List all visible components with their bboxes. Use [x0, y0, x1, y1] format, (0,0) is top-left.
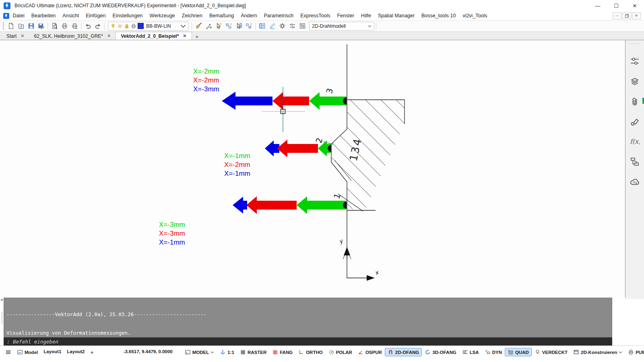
menu-vi2vi-tools[interactable]: vi2vi_Tools — [459, 13, 491, 19]
toolbar-drag-handle[interactable] — [3, 23, 4, 30]
publish-button[interactable]: PUBLIZIEREN — [625, 348, 644, 356]
tab-vektoradd-beispiel[interactable]: VektorAdd_2_0_Beispiel* ✕ — [116, 32, 192, 40]
undo-icon[interactable] — [83, 21, 93, 31]
status-menu-icon[interactable] — [2, 348, 14, 356]
menu-datei[interactable]: Datei — [9, 13, 28, 19]
verdeckt-toggle[interactable]: VERDECKT — [532, 348, 570, 356]
visual-style-dropdown[interactable]: 2D-Drahtmodell — [309, 22, 374, 31]
tab-close-icon[interactable]: ✕ — [107, 33, 111, 39]
properties-panel-icon[interactable] — [630, 56, 640, 66]
menu-ansicht[interactable]: Ansicht — [59, 13, 83, 19]
redo-icon[interactable] — [93, 21, 103, 31]
ortho-toggle[interactable]: ORTHO — [295, 348, 326, 356]
layer-lock-icon[interactable] — [124, 23, 130, 29]
select-crossing-icon[interactable] — [234, 21, 244, 31]
layer-freeze-sun-icon[interactable] — [117, 23, 123, 29]
layer-on-bulb-icon[interactable] — [110, 23, 116, 29]
model-space-tab[interactable]: Model — [14, 348, 41, 356]
layers-panel-icon[interactable] — [630, 76, 640, 86]
command-panel-drag-handle[interactable] — [2, 313, 2, 324]
fields-panel-icon[interactable]: f(x) — [630, 136, 640, 147]
ospur-toggle[interactable]: OSPUR — [355, 348, 385, 356]
panel-drag-handle[interactable]: ····· — [629, 41, 640, 46]
save-icon[interactable] — [26, 21, 36, 31]
tab-62-slk-heilbronn[interactable]: 62_SLK, Heilbronn_3102_GRE* ✕ — [29, 32, 116, 40]
select-entities-icon[interactable] — [214, 21, 223, 31]
open-file-icon[interactable] — [16, 21, 26, 31]
mdi-minimize-icon[interactable]: — — [613, 12, 621, 19]
menu-parametrisch[interactable]: Parametrisch — [260, 13, 297, 19]
panel-table-icon[interactable] — [257, 21, 267, 31]
print-icon[interactable] — [60, 21, 69, 31]
close-icon[interactable]: ✕ — [625, 0, 644, 11]
chevron-down-icon[interactable] — [180, 23, 186, 29]
ofang-3d-toggle[interactable]: 3D-OFANG — [422, 348, 459, 356]
command-history[interactable]: ----------------VektorAdd (2.0a), 25.03.… — [4, 298, 612, 337]
layer-plot-printer-icon[interactable] — [131, 23, 136, 29]
mdi-close-icon[interactable]: ✕ — [632, 12, 641, 19]
chevron-down-icon[interactable] — [368, 25, 372, 27]
raster-toggle[interactable]: RASTER — [237, 348, 269, 356]
mdi-restore-icon[interactable] — [622, 12, 631, 19]
structure-panel-icon[interactable] — [630, 156, 640, 167]
space-toggle[interactable]: MODEL — [182, 348, 217, 356]
menu-werkzeuge[interactable]: Werkzeuge — [146, 13, 178, 19]
tab-close-icon[interactable]: ✕ — [21, 33, 24, 39]
add-layout-button[interactable]: + — [87, 348, 96, 357]
select-options-icon[interactable] — [244, 21, 254, 31]
menu-bosse-tools[interactable]: Bosse_tools 10 — [418, 13, 459, 19]
ucs-indicator[interactable]: 1:1 — [217, 348, 237, 356]
chevron-down-icon[interactable] — [211, 351, 214, 354]
label-p3-blue: X=-3mm — [193, 85, 219, 93]
menu-einfuegen[interactable]: Einfügen — [83, 13, 109, 19]
quad-toggle[interactable]: QUAD — [505, 348, 532, 356]
svg-text:f(x): f(x) — [630, 138, 640, 145]
maximize-icon[interactable]: ☐ — [607, 0, 625, 11]
polar-toggle[interactable]: POLAR — [326, 348, 355, 356]
dyn-toggle[interactable]: DYN — [482, 348, 505, 356]
layer-color-swatch[interactable] — [138, 23, 144, 29]
command-input-row: : Befehl eingeben — [0, 337, 644, 346]
tab-start[interactable]: Start ✕ — [2, 32, 29, 40]
attachments-panel-icon[interactable] — [630, 96, 640, 107]
print-export-icon[interactable] — [70, 21, 79, 31]
command-panel-close-icon[interactable]: ✕ — [0, 298, 4, 302]
fang-label: FANG — [280, 350, 293, 355]
new-file-icon[interactable] — [6, 21, 16, 31]
menu-bemassung[interactable]: Bemaßung — [206, 13, 237, 19]
properties-sliders-icon[interactable] — [287, 21, 297, 31]
layout1-tab[interactable]: Layout1 — [41, 348, 64, 355]
drawing-viewport[interactable]: y x 134 3 2 1 — [0, 40, 625, 298]
workspace-selector[interactable]: 2D-Konstruieren — [570, 348, 625, 356]
select-window-icon[interactable] — [224, 21, 233, 31]
layout2-tab[interactable]: Layout2 — [64, 348, 87, 355]
ofang-2d-toggle[interactable]: 2D-OFANG — [385, 348, 422, 356]
menu-hilfe[interactable]: Hilfe — [357, 13, 374, 19]
chevron-down-icon[interactable] — [619, 351, 622, 354]
lsa-toggle[interactable]: LSA — [459, 348, 482, 356]
cloud-panel-icon[interactable] — [630, 177, 640, 187]
print-preview-icon[interactable] — [50, 21, 59, 31]
tab-close-icon[interactable]: ✕ — [183, 33, 186, 39]
save-as-icon[interactable] — [36, 21, 46, 31]
menu-aendern[interactable]: Ändern — [237, 13, 260, 19]
match-properties-brush-icon[interactable] — [194, 21, 203, 31]
menu-zeichnen[interactable]: Zeichnen — [178, 13, 206, 19]
fang-toggle[interactable]: FANG — [269, 348, 295, 356]
zoom-extents-icon[interactable] — [297, 21, 307, 31]
new-tab-button[interactable]: + — [192, 34, 202, 40]
menu-spatial-manager[interactable]: Spatial Manager — [374, 13, 418, 19]
visual-style-value: 2D-Drahtmodell — [312, 23, 346, 29]
eyedropper-icon[interactable] — [204, 21, 213, 31]
minimize-icon[interactable]: — — [588, 0, 607, 11]
render-materials-panel-icon[interactable] — [630, 116, 640, 127]
command-input[interactable]: : Befehl eingeben — [4, 337, 612, 346]
hatch-tool-icon[interactable] — [267, 21, 277, 31]
command-prompt: : Befehl eingeben — [7, 339, 58, 345]
menu-expresstools[interactable]: ExpressTools — [297, 13, 334, 19]
settings-gear-icon[interactable] — [277, 21, 287, 31]
menu-fenster[interactable]: Fenster — [334, 13, 357, 19]
menu-bearbeiten[interactable]: Bearbeiten — [28, 13, 59, 19]
menu-einstellungen[interactable]: Einstellungen — [109, 13, 146, 19]
layer-dropdown[interactable]: BB-BW-LIN — [108, 22, 188, 31]
